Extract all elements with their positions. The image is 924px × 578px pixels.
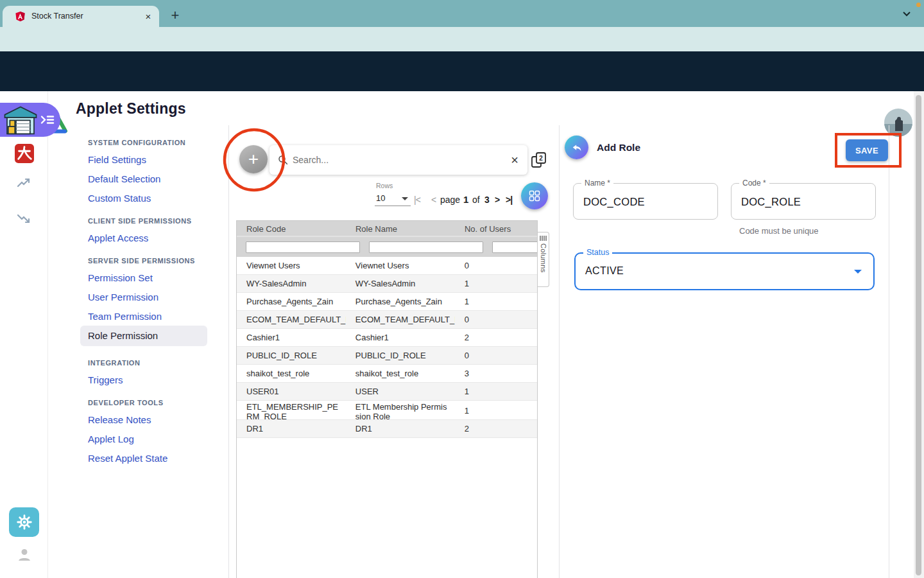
filter-input-no-of-users[interactable]: [492, 241, 538, 253]
angular-favicon-icon: [15, 10, 26, 22]
column-header-no-of-users[interactable]: No. of Users: [455, 221, 537, 236]
table-row-viewnet-users[interactable]: Viewnet UsersViewnet Users0: [237, 257, 537, 275]
update-dot-icon: [916, 3, 921, 7]
tab-search-chevron-icon[interactable]: [902, 11, 911, 17]
sidebar-item-applet-log[interactable]: Applet Log: [88, 434, 219, 445]
sidebar-item-role-permission[interactable]: Role Permission: [80, 326, 207, 346]
cell-users: 0: [455, 257, 537, 274]
nav-section-heading-developer-tools: DEVELOPER TOOLS: [88, 399, 219, 407]
red-kanji-app-icon[interactable]: [0, 144, 48, 163]
app-header: akaun: [0, 51, 924, 91]
filter-input-role-code[interactable]: [246, 241, 360, 253]
table-row-cashier1[interactable]: Cashier1Cashier12: [237, 329, 537, 347]
sidebar-item-reset-applet-state[interactable]: Reset Applet State: [88, 453, 219, 464]
duplicate-pages-icon[interactable]: 2: [531, 152, 547, 171]
column-header-role-code[interactable]: Role Code: [237, 221, 346, 236]
sidebar-item-field-settings[interactable]: Field Settings: [88, 154, 219, 166]
sidebar-toggle-icon[interactable]: [40, 114, 55, 126]
new-tab-button[interactable]: +: [166, 6, 185, 25]
name-field-value: DOC_CODE: [583, 196, 645, 208]
sidebar-item-permission-set[interactable]: Permission Set: [88, 272, 219, 284]
back-arrow-icon: [570, 141, 583, 154]
table-row-public-id-role[interactable]: PUBLIC_ID_ROLEPUBLIC_ID_ROLE0: [237, 347, 537, 365]
table-row-shaikot-test-role[interactable]: shaikot_test_roleshaikot_test_role3: [237, 365, 537, 383]
form-title: Add Role: [597, 142, 640, 153]
profile-person-icon[interactable]: [0, 547, 48, 563]
cell-users: 1: [455, 293, 537, 310]
name-field[interactable]: Name * DOC_CODE: [573, 183, 718, 220]
nav-section-heading-server-side-permissions: SERVER SIDE PERMISSIONS: [88, 257, 219, 265]
status-value: ACTIVE: [585, 265, 624, 277]
sidebar-item-triggers[interactable]: Triggers: [88, 374, 219, 386]
cell-name: ETL Membership Permission Role: [346, 401, 455, 419]
cell-users: 1: [455, 275, 537, 292]
cell-code: shaikot_test_role: [237, 365, 346, 382]
first-page-button[interactable]: |<: [414, 195, 420, 205]
trend-up-icon[interactable]: [0, 177, 48, 189]
cell-code: ETL_MEMBERSHIP_PERM_ROLE: [237, 401, 346, 419]
browser-url-bar-row: akaun.cloud/#/applet/tnt/wavelet/erp/sto…: [0, 27, 924, 51]
cell-users: 1: [455, 401, 537, 419]
cell-name: Cashier1: [346, 329, 455, 346]
tab-close-icon[interactable]: ×: [141, 9, 155, 23]
rows-per-page-select[interactable]: 10: [375, 191, 411, 206]
sidebar-item-applet-access[interactable]: Applet Access: [88, 232, 219, 244]
cell-users: 2: [455, 420, 537, 437]
cell-name: WY-SalesAdmin: [346, 275, 455, 292]
sidebar-item-team-permission[interactable]: Team Permission: [88, 311, 219, 322]
status-label: Status: [583, 248, 612, 257]
rows-per-page-label: Rows: [376, 182, 393, 189]
save-button[interactable]: SAVE: [846, 139, 888, 161]
cell-name: Viewnet Users: [346, 257, 455, 274]
search-clear-icon[interactable]: ×: [511, 153, 518, 168]
next-page-button[interactable]: >: [495, 195, 500, 205]
panel-divider: [559, 125, 560, 578]
page-of-word: of: [472, 195, 480, 205]
cell-code: ECOM_TEAM_DEFAULT_ROLE: [237, 311, 346, 328]
chevron-down-icon: [854, 270, 862, 274]
sidebar-item-user-permission[interactable]: User Permission: [88, 292, 219, 303]
cell-code: Viewnet Users: [237, 257, 346, 274]
last-page-button[interactable]: >|: [506, 195, 512, 205]
status-select[interactable]: Status ACTIVE: [574, 252, 875, 290]
sidebar-item-default-selection[interactable]: Default Selection: [88, 173, 219, 185]
select-caret-icon: [402, 197, 408, 200]
page-scrollbar-thumb[interactable]: [916, 95, 921, 575]
search-input[interactable]: [293, 155, 511, 165]
active-applet-pill[interactable]: [0, 103, 60, 137]
cell-users: 0: [455, 311, 537, 328]
table-filter-row: [237, 237, 537, 257]
code-field[interactable]: Code * DOC_ROLE: [731, 183, 876, 220]
table-row-dr1[interactable]: DR1DR12: [237, 420, 537, 438]
columns-side-tab[interactable]: Columns: [538, 232, 549, 287]
browser-tab[interactable]: Stock Transfer ×: [3, 6, 159, 27]
table-row-wy-salesadmin[interactable]: WY-SalesAdminWY-SalesAdmin1: [237, 275, 537, 293]
cell-code: Cashier1: [237, 329, 346, 346]
cell-name: Purchase_Agents_Zain: [346, 293, 455, 310]
filter-input-role-name[interactable]: [369, 241, 483, 253]
cell-name: shaikot_test_role: [346, 365, 455, 382]
settings-gear-button[interactable]: [9, 507, 39, 537]
layout-grid-button[interactable]: [521, 182, 548, 209]
table-body: Viewnet UsersViewnet Users0WY-SalesAdmin…: [237, 257, 537, 438]
add-role-button[interactable]: +: [239, 145, 268, 173]
table-row-purchase-agents-zain[interactable]: Purchase_Agents_ZainPurchase_Agents_Zain…: [237, 293, 537, 311]
back-button[interactable]: [565, 136, 588, 159]
column-header-role-name[interactable]: Role Name: [346, 221, 455, 236]
trend-down-icon[interactable]: [0, 212, 48, 225]
prev-page-button[interactable]: <: [431, 195, 436, 205]
panel-divider: [889, 125, 889, 578]
table-header-row: Role CodeRole NameNo. of Users: [237, 221, 537, 237]
cell-users: 0: [455, 347, 537, 364]
sidebar-item-release-notes[interactable]: Release Notes: [88, 414, 219, 426]
table-row-etl-membership-perm-role[interactable]: ETL_MEMBERSHIP_PERM_ROLEETL Membership P…: [237, 401, 537, 420]
table-row-ecom-team-default-role[interactable]: ECOM_TEAM_DEFAULT_ROLEECOM_TEAM_DEFAULT_…: [237, 311, 537, 329]
code-field-label: Code *: [739, 179, 769, 188]
drag-grip-icon: [540, 236, 547, 241]
table-row-user01[interactable]: USER01USER1: [237, 383, 537, 401]
browser-tab-strip: Stock Transfer × +: [0, 0, 924, 27]
nav-section-heading-system-configuration: SYSTEM CONFIGURATION: [88, 139, 219, 146]
sidebar-item-custom-status[interactable]: Custom Status: [88, 193, 219, 204]
search-bar: ×: [270, 145, 527, 175]
search-icon: [277, 154, 289, 166]
